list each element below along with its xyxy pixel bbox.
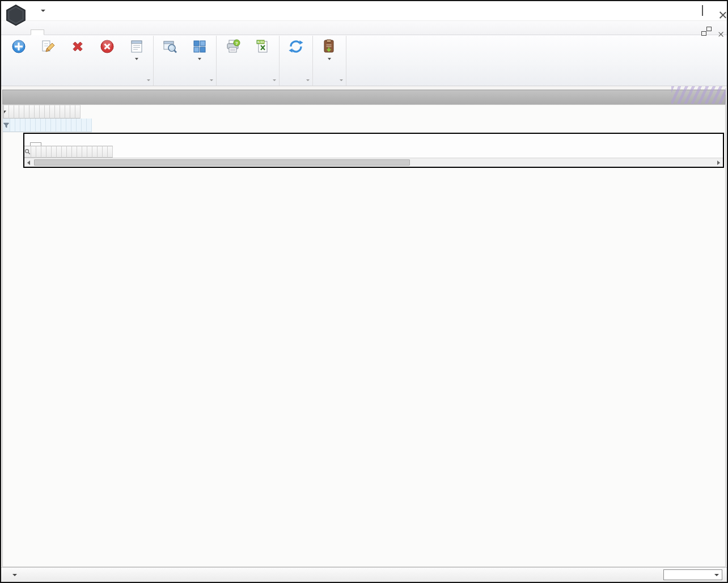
filter-cell[interactable]: [77, 119, 82, 132]
delete-button[interactable]: [63, 36, 92, 56]
column-header-partdesc[interactable]: [14, 105, 19, 119]
tab-service[interactable]: [144, 30, 156, 35]
save-layout-button[interactable]: [155, 36, 185, 56]
detail-column-capitalise[interactable]: [87, 146, 92, 158]
filter-cell[interactable]: [26, 119, 31, 132]
detail-column-invoiceable[interactable]: [82, 146, 87, 158]
filter-cell[interactable]: [36, 119, 41, 132]
view-icon: [129, 37, 145, 55]
group-options-icon[interactable]: [340, 79, 343, 81]
detail-column-projectref[interactable]: [92, 146, 98, 158]
open-windows-button[interactable]: [6, 573, 20, 577]
column-header-status[interactable]: [70, 105, 75, 119]
edit-button[interactable]: [33, 36, 63, 56]
column-header-enddate[interactable]: [45, 105, 50, 119]
reports-button[interactable]: [315, 36, 344, 60]
detail-column-description[interactable]: [36, 146, 41, 158]
export-button[interactable]: XLSX: [248, 36, 277, 56]
column-header-completioncomments[interactable]: [60, 105, 65, 119]
column-header-amenddate[interactable]: [75, 105, 81, 119]
column-header-actualqty[interactable]: [65, 105, 70, 119]
tab-procurement[interactable]: [119, 30, 132, 35]
tab-inventory[interactable]: [82, 30, 94, 35]
detail-column-statusdescription[interactable]: [57, 146, 62, 158]
ribbon-tab-row: [1, 21, 727, 35]
group-options-icon[interactable]: [273, 79, 276, 81]
detail-column-wocode[interactable]: [31, 146, 36, 158]
column-header-endtime[interactable]: [50, 105, 55, 119]
scrollbar-track[interactable]: [33, 158, 714, 167]
search-icon: [24, 149, 31, 155]
column-header-productionref[interactable]: [4, 105, 9, 119]
filter-cell[interactable]: [87, 119, 92, 132]
view-button[interactable]: [122, 36, 151, 60]
group-by-panel[interactable]: [2, 90, 726, 104]
refresh-button[interactable]: [281, 36, 311, 56]
quick-access-dropdown-icon[interactable]: [41, 10, 45, 12]
scrollbar-thumb[interactable]: [34, 159, 410, 166]
add-button[interactable]: [4, 36, 33, 56]
filter-dropdown-icon[interactable]: [4, 111, 6, 113]
scroll-right-button[interactable]: [714, 158, 723, 167]
group-options-icon[interactable]: [210, 79, 213, 81]
column-header-startdate[interactable]: [24, 105, 29, 119]
column-header-schedenddate[interactable]: [35, 105, 40, 119]
save-layout-icon: [162, 37, 178, 55]
ribbon-group-caption-maintenance: [4, 77, 151, 86]
filter-cell[interactable]: [71, 119, 77, 132]
tab-manufacturing[interactable]: [107, 30, 119, 35]
tab-home[interactable]: [31, 29, 44, 35]
filter-cell[interactable]: [56, 119, 61, 132]
filter-cell: [10, 119, 15, 132]
ribbon-group-caption-format: [155, 77, 214, 86]
filter-cell[interactable]: [66, 119, 71, 132]
tab-utilities[interactable]: [169, 30, 181, 35]
tab-maintenance-and-projects[interactable]: [94, 30, 107, 35]
detail-column-requesttime[interactable]: [77, 146, 82, 158]
delete-icon: [70, 37, 86, 55]
column-header-productionforeman[interactable]: [19, 105, 24, 119]
filter-cell[interactable]: [31, 119, 36, 132]
column-header-partcode[interactable]: [9, 105, 14, 119]
column-header-schedendtime[interactable]: [40, 105, 45, 119]
app-logo-icon[interactable]: [6, 4, 26, 28]
ribbon-group-current: [280, 36, 313, 86]
detail-column-wotype[interactable]: [46, 146, 52, 158]
detail-column-priority[interactable]: [62, 146, 67, 158]
tab-contract[interactable]: [57, 30, 69, 35]
filter-cell[interactable]: [51, 119, 56, 132]
detail-horizontal-scrollbar[interactable]: [24, 158, 723, 167]
detail-column-calld[interactable]: [108, 146, 113, 158]
group-options-icon[interactable]: [147, 79, 150, 81]
filter-cell[interactable]: [61, 119, 66, 132]
detail-column-callreference[interactable]: [103, 146, 108, 158]
print-button[interactable]: ?: [218, 36, 248, 56]
column-header-starttime[interactable]: [29, 105, 35, 119]
tab-equipment-and-locations[interactable]: [44, 30, 57, 35]
close-ribbon-button[interactable]: [92, 36, 122, 56]
close-record-icon: [99, 37, 115, 55]
scroll-left-button[interactable]: [24, 158, 33, 167]
detail-column-sitename[interactable]: [41, 146, 46, 158]
column-header-plannedqty[interactable]: [55, 105, 60, 119]
group-options-icon[interactable]: [306, 79, 310, 81]
detail-column-status[interactable]: [52, 146, 57, 158]
filter-cell[interactable]: [15, 119, 20, 132]
filter-cell[interactable]: [46, 119, 51, 132]
detail-column-projectdesc[interactable]: [98, 146, 103, 158]
tab-finance-and-hr[interactable]: [69, 30, 82, 35]
workspaces-button[interactable]: [185, 36, 214, 60]
detail-column-workpriority[interactable]: [67, 146, 72, 158]
tab-reporting[interactable]: [156, 30, 169, 35]
print-icon: ?: [225, 37, 241, 55]
status-date-picker[interactable]: [663, 569, 722, 580]
tab-sales[interactable]: [132, 30, 144, 35]
detail-search-cell[interactable]: [24, 146, 31, 158]
detail-column-requestdate[interactable]: [72, 146, 77, 158]
filter-cell[interactable]: [41, 119, 46, 132]
view-dropdown-icon: [135, 58, 138, 60]
client-area: [1, 86, 727, 567]
maximize-button[interactable]: [702, 6, 703, 16]
filter-cell[interactable]: [82, 119, 87, 132]
filter-cell[interactable]: [20, 119, 26, 132]
